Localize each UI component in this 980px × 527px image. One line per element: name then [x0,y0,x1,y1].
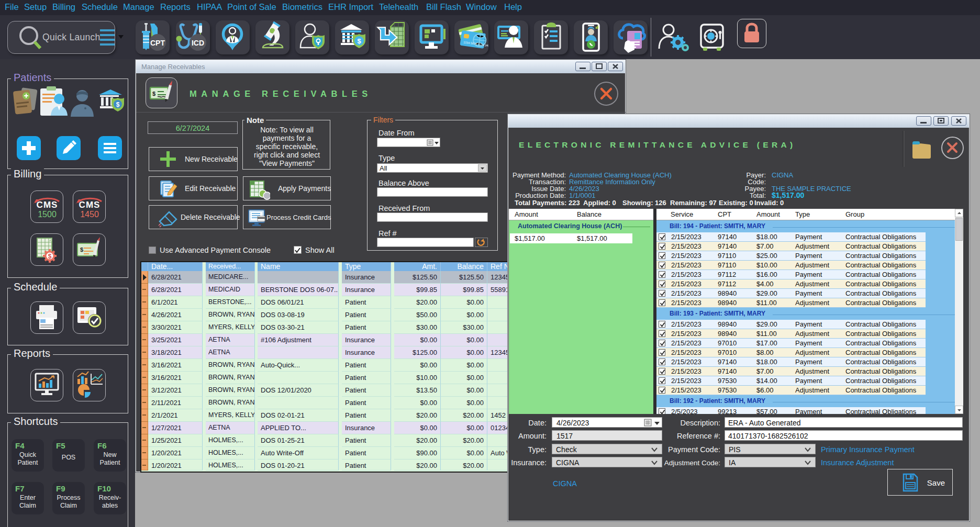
svg-text:CPT: CPT [150,39,165,47]
svg-text:1450: 1450 [80,210,99,219]
svg-text:CMS: CMS [37,200,58,210]
svg-text:$: $ [357,37,361,45]
svg-text:$: $ [48,253,52,260]
svg-text:$: $ [152,91,155,97]
svg-text:ICD: ICD [192,39,204,47]
svg-text:1500: 1500 [38,210,57,219]
svg-text:$: $ [80,246,83,253]
svg-text:CMS: CMS [79,200,101,210]
svg-text:$: $ [116,101,120,108]
